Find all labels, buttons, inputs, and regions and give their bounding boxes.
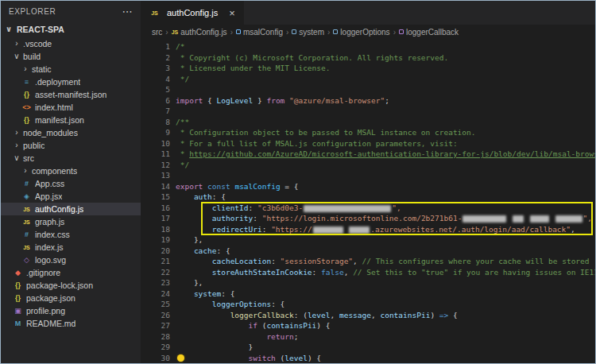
css-icon: #: [21, 180, 32, 188]
breadcrumb-item-src[interactable]: src: [152, 28, 162, 37]
explorer-panel: EXPLORER ⋯ ∨ REACT-SPA ›.vscode∨build›st…: [1, 1, 141, 363]
line-number: 3: [141, 63, 176, 74]
token: return: [266, 332, 293, 341]
tree-item-src[interactable]: ∨src: [1, 152, 141, 165]
tree-item-label: README.md: [26, 319, 75, 328]
breadcrumb-item-msalConfig[interactable]: msalConfig: [236, 28, 283, 37]
tree-item-node_modules[interactable]: ›node_modules: [1, 126, 141, 139]
tree-item-App.jsx[interactable]: ◈App.jsx: [1, 190, 141, 203]
tree-item-authConfig.js[interactable]: JSauthConfig.js: [1, 203, 141, 215]
token: * Copyright (c) Microsoft Corporation. A…: [176, 53, 448, 62]
line-number: 10: [141, 138, 176, 149]
js-icon: JS: [172, 29, 179, 35]
token: import: [176, 96, 203, 105]
tree-item-.vscode[interactable]: ›.vscode: [1, 37, 141, 50]
token: [176, 321, 249, 330]
tree-item-label: index.css: [35, 230, 70, 239]
code-text: * Copyright (c) Microsoft Corporation. A…: [176, 52, 448, 64]
tree-item-public[interactable]: ›public: [1, 139, 141, 152]
token: export: [176, 182, 203, 191]
tree-item-index.js[interactable]: JSindex.js: [1, 241, 141, 254]
code-line-2: 2 * Copyright (c) Microsoft Corporation.…: [141, 52, 595, 64]
token: redirectUri: [212, 225, 262, 234]
code-text: clientId: "c3b6d0e3-",: [176, 203, 401, 214]
js-icon: JS: [21, 207, 32, 212]
tree-item-README.md[interactable]: MREADME.md: [1, 317, 141, 330]
line-number: 8: [141, 117, 176, 128]
tree-item-build[interactable]: ∨build: [1, 50, 141, 63]
token: * Configuration object to be passed to M…: [176, 128, 476, 137]
more-actions-icon[interactable]: ⋯: [122, 6, 133, 17]
token: */: [176, 75, 189, 83]
token: [176, 343, 249, 351]
token: ,: [571, 225, 575, 234]
code-line-10: 10 * For a full list of MSAL.js configur…: [141, 138, 595, 149]
code-line-16: 16 clientId: "c3b6d0e3-",: [141, 203, 595, 214]
tree-item-.gitignore[interactable]: ◆.gitignore: [1, 266, 141, 279]
token: storeAuthStateInCookie: [212, 268, 312, 277]
token: // This configures where your cache will…: [362, 257, 590, 265]
tree-item-package.json[interactable]: {}package.json: [1, 292, 141, 304]
close-icon[interactable]: ×: [229, 8, 235, 18]
tree-item-logo.svg[interactable]: ◇logo.svg: [1, 254, 141, 266]
code-text: authority: "https://login.microsoftonlin…: [176, 213, 592, 224]
react-icon: ◈: [21, 193, 32, 200]
line-number: 17: [141, 213, 176, 224]
tab-bar: JS authConfig.js ×: [141, 1, 595, 25]
code-line-14: 14export const msalConfig = {: [141, 181, 595, 192]
line-number: 5: [141, 84, 176, 95]
code-text: return;: [176, 331, 298, 343]
tree-item-.deployment[interactable]: ≡.deployment: [1, 76, 141, 88]
token: :: [253, 214, 261, 223]
tree-item-manifest.json[interactable]: {}manifest.json: [1, 114, 141, 126]
token: auth: [194, 192, 212, 201]
token: [176, 289, 194, 298]
tree-item-index.html[interactable]: <>index.html: [1, 101, 141, 114]
token: [507, 214, 512, 223]
code-line-26: 26 loggerCallback: (level, message, cont…: [141, 310, 595, 321]
breadcrumb-item-authConfig.js[interactable]: JSauthConfig.js: [172, 28, 227, 37]
tree-item-index.css[interactable]: #index.css: [1, 228, 141, 241]
token: "@azure/msal-browser": [289, 96, 385, 105]
tree-item-package-lock.json[interactable]: {}package-lock.json: [1, 279, 141, 292]
redacted-text: [555, 215, 582, 223]
tree-item-asset-manifest.json[interactable]: {}asset-manifest.json: [1, 88, 141, 101]
token: .azurewebsites.net/.auth/login/aad/callb…: [370, 225, 571, 234]
token: [524, 214, 529, 223]
project-root[interactable]: ∨ REACT-SPA: [1, 21, 141, 37]
tree-item-graph.js[interactable]: JSgraph.js: [1, 215, 141, 228]
token: LogLevel: [217, 96, 253, 105]
breadcrumb-separator: ›: [165, 28, 168, 37]
tab-authconfig[interactable]: JS authConfig.js ×: [141, 1, 244, 25]
tree-item-static[interactable]: ›static: [1, 63, 141, 76]
code-line-30: 30 switch (level) {: [141, 353, 595, 364]
token: [176, 332, 266, 341]
tree-item-components[interactable]: ›components: [1, 165, 141, 177]
token: [176, 246, 194, 255]
line-number: 23: [141, 277, 176, 288]
code-line-20: 20 cache: {: [141, 246, 595, 257]
breadcrumb-item-loggerCallback[interactable]: loggerCallback: [399, 28, 459, 37]
code-editor[interactable]: 1/*2 * Copyright (c) Microsoft Corporati…: [141, 39, 595, 363]
editor-group: JS authConfig.js × src›JSauthConfig.js›m…: [141, 1, 595, 363]
code-line-7: 7: [141, 106, 595, 117]
symbol-variable-icon: [236, 29, 241, 34]
code-text: import { LogLevel } from "@azure/msal-br…: [176, 95, 389, 106]
token: cache: [194, 246, 217, 255]
tree-item-App.css[interactable]: #App.css: [1, 177, 141, 190]
gear-icon: ≡: [21, 79, 32, 86]
line-number: 16: [141, 203, 176, 214]
breadcrumb-item-system[interactable]: system: [292, 28, 324, 37]
token: *: [176, 149, 189, 158]
tree-item-profile.png[interactable]: ▣profile.png: [1, 304, 141, 317]
code-text: /**: [176, 117, 189, 128]
lightbulb-icon[interactable]: [177, 354, 184, 362]
code-text: * Licensed under the MIT License.: [176, 63, 330, 74]
chevron-right-icon: ›: [13, 129, 21, 137]
redacted-text: [530, 215, 549, 223]
token: [176, 257, 212, 265]
code-text: },: [176, 234, 203, 246]
line-number: 7: [141, 106, 176, 117]
token: ,: [353, 257, 362, 265]
breadcrumb-item-loggerOptions[interactable]: loggerOptions: [333, 28, 389, 37]
